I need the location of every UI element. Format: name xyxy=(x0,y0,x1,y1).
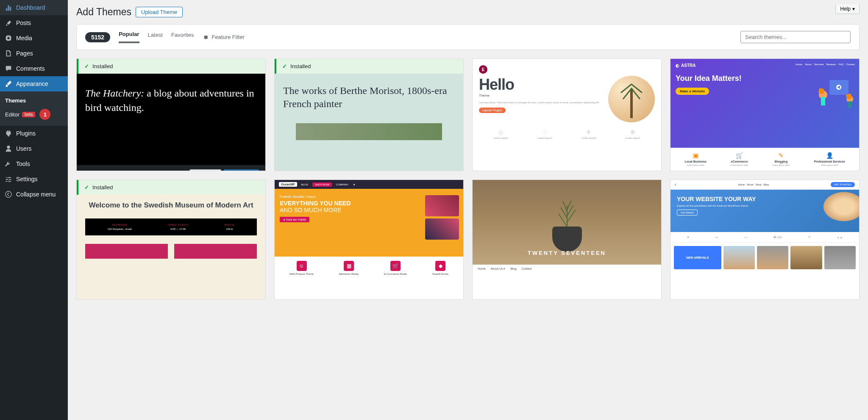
preview-heading: Hello xyxy=(479,76,602,94)
admin-sidebar: Dashboard Posts Media Pages Comments App… xyxy=(0,0,68,420)
check-icon: ✓ xyxy=(84,184,89,191)
theme-preview: TWENTY SEVENTEEN HomeAbout Us ▾BlogConta… xyxy=(473,180,661,299)
menu-label: Users xyxy=(16,145,32,152)
menu-label: Media xyxy=(16,35,32,41)
check-icon: ✓ xyxy=(84,63,89,69)
preview-title: TWENTY SEVENTEEN xyxy=(528,250,606,256)
theme-count: 5152 xyxy=(85,32,110,42)
beta-badge: beta xyxy=(22,112,35,117)
preview-cta: Launch Project xyxy=(479,108,506,113)
menu-label: Plugins xyxy=(16,130,36,137)
theme-card-twenty-twenty-two[interactable]: ✓ Installed The Hatchery: a blog about a… xyxy=(76,58,266,171)
submenu-themes[interactable]: Themes xyxy=(0,95,68,106)
menu-label: Comments xyxy=(16,65,45,72)
feature-filter-button[interactable]: Feature Filter xyxy=(202,34,244,41)
svg-rect-9 xyxy=(821,97,825,105)
appearance-submenu: Themes Editor beta 1 xyxy=(0,91,68,126)
check-icon: ✓ xyxy=(282,63,287,69)
caret-down-icon: ▾ xyxy=(852,6,855,12)
svg-rect-12 xyxy=(848,101,851,108)
installed-banner: ✓ Installed xyxy=(275,59,463,74)
preview-image xyxy=(808,190,859,232)
preview-logo: OceanWP xyxy=(279,182,297,187)
tab-popular[interactable]: Popular xyxy=(119,31,139,43)
menu-label: Posts xyxy=(16,19,31,26)
installed-banner: ✓ Installed xyxy=(77,180,265,195)
help-label: Help xyxy=(840,6,851,12)
activated-button: Activated xyxy=(189,169,221,171)
menu-comments[interactable]: Comments xyxy=(0,61,68,76)
tab-latest[interactable]: Latest xyxy=(148,32,163,42)
svg-point-0 xyxy=(6,191,11,197)
filter-bar: 5152 Popular Latest Favorites Feature Fi… xyxy=(76,24,860,50)
upload-theme-button[interactable]: Upload Theme xyxy=(136,7,183,17)
theme-card-oceanwp[interactable]: OceanWP BLOGSHOP NOWCOMPANY★ Powerful. B… xyxy=(274,180,464,300)
pin-icon xyxy=(4,19,13,27)
installed-label: Installed xyxy=(92,184,113,191)
menu-label: Settings xyxy=(16,176,38,182)
help-button[interactable]: Help ▾ xyxy=(835,4,860,14)
elementor-icon: E xyxy=(479,65,487,74)
preview-cta: Make a Website xyxy=(676,88,709,95)
theme-card-twenty-seventeen[interactable]: TWENTY SEVENTEEN HomeAbout Us ▾BlogConta… xyxy=(472,180,662,300)
preview-image xyxy=(608,76,655,122)
menu-media[interactable]: Media xyxy=(0,30,68,46)
comment-icon xyxy=(4,64,13,73)
preview-image xyxy=(296,123,442,140)
page-header: Add Themes Upload Theme xyxy=(76,0,860,24)
theme-card-hello-elementor[interactable]: E Hello Theme I am text block. Click edi… xyxy=(472,58,662,171)
preview-em: The Hatchery: xyxy=(85,88,144,99)
theme-card-kadence[interactable]: ≡Home About Shop BlogGET STARTED YOUR WE… xyxy=(670,180,860,300)
theme-preview: The works of Berthe Morisot, 1800s-era F… xyxy=(275,74,463,171)
menu-dashboard[interactable]: Dashboard xyxy=(0,0,68,15)
main-content: Help ▾ Add Themes Upload Theme 5152 Popu… xyxy=(68,0,868,420)
tab-favorites[interactable]: Favorites xyxy=(171,32,194,42)
brush-icon xyxy=(4,80,13,88)
theme-grid: ✓ Installed The Hatchery: a blog about a… xyxy=(76,58,860,300)
collapse-icon xyxy=(4,190,13,199)
theme-preview: ≡Home About Shop BlogGET STARTED YOUR WE… xyxy=(670,180,859,299)
menu-plugins[interactable]: Plugins xyxy=(0,126,68,141)
page-icon xyxy=(4,49,13,58)
installed-label: Installed xyxy=(290,63,311,69)
menu-collapse[interactable]: Collapse menu xyxy=(0,187,68,202)
submenu-label: Editor xyxy=(5,111,19,118)
notification-badge: 1 xyxy=(39,109,50,120)
theme-card-twenty-twenty[interactable]: ✓ Installed Welcome to the Swedish Museu… xyxy=(76,180,266,300)
preview-cta: ★ TAKE ME THERE xyxy=(280,217,309,222)
theme-preview: Welcome to the Swedish Museum of Modern … xyxy=(77,195,265,300)
customize-button[interactable]: Customize xyxy=(224,169,259,171)
menu-pages[interactable]: Pages xyxy=(0,46,68,61)
gear-icon xyxy=(202,34,209,41)
menu-label: Dashboard xyxy=(16,4,45,11)
media-icon xyxy=(4,34,13,42)
menu-label: Pages xyxy=(16,50,33,57)
page-title: Add Themes xyxy=(76,6,131,18)
submenu-editor[interactable]: Editor beta 1 xyxy=(0,106,68,122)
theme-preview: OceanWP BLOGSHOP NOWCOMPANY★ Powerful. B… xyxy=(275,180,463,299)
installed-label: Installed xyxy=(92,63,113,69)
feature-filter-label: Feature Filter xyxy=(211,34,244,40)
menu-appearance[interactable]: Appearance xyxy=(0,76,68,91)
preview-desc: I am text block. Click edit button to ch… xyxy=(479,101,602,104)
theme-preview: E Hello Theme I am text block. Click edi… xyxy=(473,59,661,171)
menu-settings[interactable]: Settings xyxy=(0,171,68,187)
theme-card-astra[interactable]: ◐ASTRA HomeAboutServicesReviewsFAQContac… xyxy=(670,58,860,171)
menu-posts[interactable]: Posts xyxy=(0,15,68,30)
svg-rect-5 xyxy=(630,88,633,118)
wrench-icon xyxy=(4,160,13,168)
menu-users[interactable]: Users xyxy=(0,141,68,156)
menu-tools[interactable]: Tools xyxy=(0,156,68,171)
preview-heading: Welcome to the Swedish Museum of Modern … xyxy=(85,201,257,210)
menu-label: Appearance xyxy=(16,80,48,87)
theme-preview: ◐ASTRA HomeAboutServicesReviewsFAQContac… xyxy=(670,59,859,171)
dashboard-icon xyxy=(4,3,13,12)
sliders-icon xyxy=(4,175,13,183)
menu-label: Collapse menu xyxy=(16,191,56,198)
preview-illustration xyxy=(817,76,855,110)
preview-subheading: Theme xyxy=(479,94,602,97)
theme-preview: The Hatchery: a blog about adventures in… xyxy=(77,74,265,171)
menu-label: Tools xyxy=(16,160,30,167)
search-input[interactable] xyxy=(740,31,851,43)
theme-card-twenty-twenty-one[interactable]: ✓ Installed The works of Berthe Morisot,… xyxy=(274,58,464,171)
